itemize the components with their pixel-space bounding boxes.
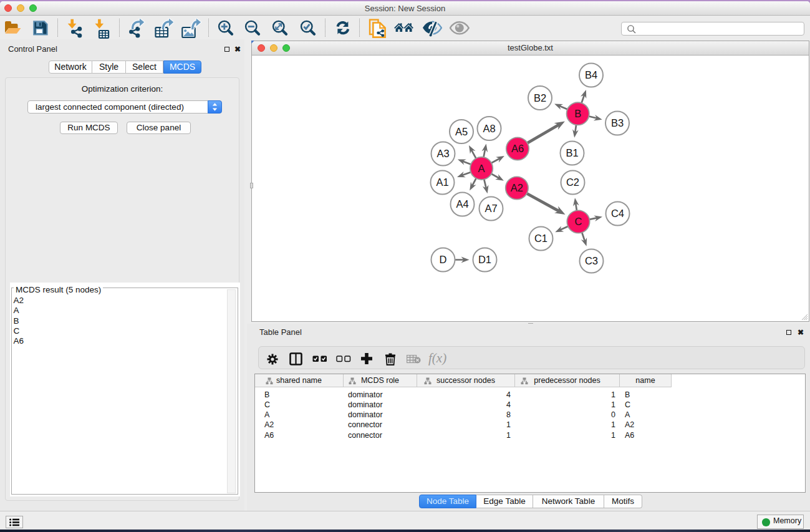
svg-text:C1: C1 [534,233,547,244]
svg-text:A2: A2 [511,182,523,193]
svg-text:B4: B4 [585,69,597,80]
svg-text:C4: C4 [611,208,624,219]
svg-text:C3: C3 [585,255,598,266]
svg-text:A4: A4 [456,198,468,210]
svg-text:D1: D1 [478,254,491,265]
svg-text:C: C [575,216,582,227]
svg-text:B: B [574,108,581,119]
svg-text:A6: A6 [511,143,524,154]
svg-text:D: D [440,254,447,265]
svg-text:A5: A5 [455,126,468,137]
svg-text:A8: A8 [483,123,495,134]
svg-text:B1: B1 [566,147,578,158]
svg-text:A1: A1 [436,177,448,188]
svg-text:A: A [478,163,485,174]
svg-text:B3: B3 [611,117,624,128]
svg-text:C2: C2 [566,177,579,188]
svg-text:A3: A3 [436,148,449,159]
svg-text:A7: A7 [485,203,497,214]
svg-text:B2: B2 [534,92,546,104]
